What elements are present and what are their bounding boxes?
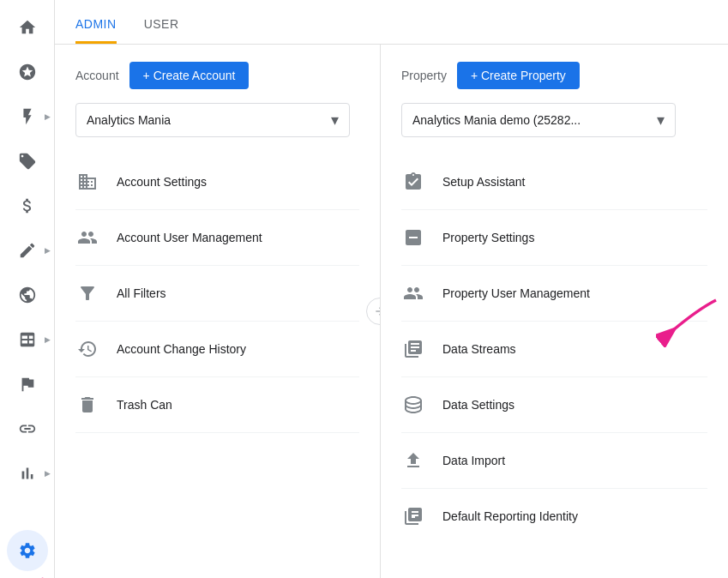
account-dropdown[interactable]: Analytics Mania ▾ xyxy=(75,103,350,137)
property-column-header: Property + Create Property xyxy=(401,62,707,89)
main-content: ADMIN USER Account + Create Account Anal… xyxy=(55,0,728,578)
history-icon xyxy=(75,337,99,361)
property-users-icon xyxy=(401,281,425,305)
users-icon xyxy=(75,226,99,250)
top-tabs: ADMIN USER xyxy=(55,0,728,45)
filter-icon xyxy=(75,281,99,305)
menu-item-setup-assistant[interactable]: Setup Assistant xyxy=(401,154,707,210)
sidebar-item-link[interactable] xyxy=(7,408,48,449)
database-icon xyxy=(401,393,425,417)
menu-item-account-user-mgmt[interactable]: Account User Management xyxy=(75,210,359,266)
menu-item-data-settings[interactable]: Data Settings xyxy=(401,377,707,433)
menu-item-property-settings[interactable]: Property Settings xyxy=(401,210,707,266)
building-icon xyxy=(75,170,99,194)
annotation-arrow-gear xyxy=(0,571,58,578)
account-column: Account + Create Account Analytics Mania… xyxy=(55,45,381,578)
trash-icon xyxy=(75,393,99,417)
property-dropdown-text: Analytics Mania demo (25282... xyxy=(412,113,581,127)
property-dropdown-arrow: ▾ xyxy=(657,111,665,129)
sidebar-item-reports[interactable] xyxy=(7,51,48,93)
menu-item-account-settings[interactable]: Account Settings xyxy=(75,154,359,210)
menu-item-data-streams[interactable]: Data Streams xyxy=(401,322,707,377)
sidebar-item-pencil[interactable]: ▶ xyxy=(0,230,54,271)
tab-user[interactable]: USER xyxy=(144,17,179,44)
sidebar-item-chart[interactable]: ▶ xyxy=(0,453,54,494)
tab-admin[interactable]: ADMIN xyxy=(75,17,117,44)
sidebar-item-tag[interactable] xyxy=(7,141,48,182)
account-dropdown-text: Analytics Mania xyxy=(87,113,171,127)
data-import-label: Data Import xyxy=(442,454,505,467)
sidebar-item-gear[interactable] xyxy=(7,530,48,571)
create-property-button[interactable]: + Create Property xyxy=(457,62,580,89)
upload-icon xyxy=(401,449,425,473)
menu-item-trash-can[interactable]: Trash Can xyxy=(75,377,359,433)
menu-item-default-reporting[interactable]: Default Reporting Identity xyxy=(401,489,707,544)
column-divider-arrow[interactable] xyxy=(366,298,381,325)
property-settings-icon xyxy=(401,226,425,250)
menu-item-property-user-mgmt[interactable]: Property User Management xyxy=(401,266,707,322)
sidebar-item-dollar[interactable] xyxy=(7,185,48,226)
sidebar-item-layout[interactable]: ▶ xyxy=(0,319,54,360)
account-dropdown-arrow: ▾ xyxy=(331,111,339,129)
reporting-icon xyxy=(401,504,425,528)
sidebar-item-flag[interactable] xyxy=(7,364,48,405)
account-label: Account xyxy=(75,69,119,82)
create-account-button[interactable]: + Create Account xyxy=(129,62,250,89)
sidebar: ▶ ▶ ▶ ▶ xyxy=(0,0,55,578)
property-settings-label: Property Settings xyxy=(442,231,534,244)
property-column: Property + Create Property Analytics Man… xyxy=(381,45,728,578)
sidebar-item-home[interactable] xyxy=(7,7,48,48)
sidebar-item-globe[interactable] xyxy=(7,274,48,316)
clipboard-icon xyxy=(401,170,425,194)
all-filters-label: All Filters xyxy=(117,286,166,300)
account-change-history-label: Account Change History xyxy=(117,342,246,356)
default-reporting-label: Default Reporting Identity xyxy=(442,509,578,523)
setup-assistant-label: Setup Assistant xyxy=(442,175,526,189)
content-area: Account + Create Account Analytics Mania… xyxy=(55,45,728,578)
menu-item-all-filters[interactable]: All Filters xyxy=(75,266,359,322)
property-dropdown[interactable]: Analytics Mania demo (25282... ▾ xyxy=(401,103,676,137)
menu-item-data-import[interactable]: Data Import xyxy=(401,433,707,489)
trash-can-label: Trash Can xyxy=(117,398,172,412)
streams-icon xyxy=(401,337,425,361)
account-user-mgmt-label: Account User Management xyxy=(117,231,262,244)
account-settings-label: Account Settings xyxy=(117,175,207,189)
property-label: Property xyxy=(401,69,447,82)
property-user-mgmt-label: Property User Management xyxy=(442,286,590,300)
menu-item-account-change-history[interactable]: Account Change History xyxy=(75,322,359,377)
data-streams-label: Data Streams xyxy=(442,342,516,356)
data-settings-label: Data Settings xyxy=(442,398,514,412)
account-column-header: Account + Create Account xyxy=(75,62,359,89)
sidebar-item-explore[interactable]: ▶ xyxy=(0,96,54,137)
